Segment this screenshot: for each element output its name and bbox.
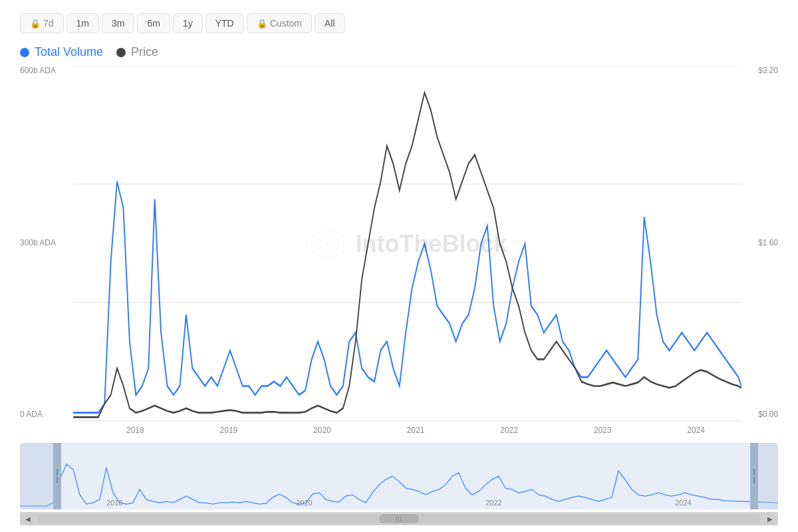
- mini-chart: 2018 2020 2022 2024: [20, 443, 778, 509]
- scrollbar-track: ◀ ||| ▶: [20, 512, 778, 525]
- btn-3m[interactable]: 3m: [102, 13, 134, 33]
- legend-volume: Total Volume: [20, 45, 103, 59]
- btn-1m-label: 1m: [76, 18, 89, 29]
- x-label-2022: 2022: [500, 426, 518, 435]
- thumb-grip: |||: [396, 515, 402, 522]
- handle-line-4: [753, 477, 755, 483]
- volume-dot: [20, 48, 29, 57]
- main-container: 🔒 7d 1m 3m 6m 1y YTD 🔒 Custom All Total …: [0, 0, 798, 532]
- btn-7d-label: 7d: [43, 18, 54, 29]
- y-left-bot: 0 ADA: [20, 410, 73, 419]
- lock-icon-7d: 🔒: [30, 19, 41, 29]
- chart-wrapper: 600b ADA 300b ADA 0 ADA $3.20 $1.60 $0.0…: [20, 66, 778, 525]
- mini-left-overlay: [20, 443, 53, 509]
- x-label-2024: 2024: [687, 426, 705, 435]
- handle-line-3: [753, 469, 755, 475]
- btn-7d[interactable]: 🔒 7d: [20, 13, 64, 33]
- mini-chart-svg: [20, 443, 778, 509]
- scroll-right-arrow[interactable]: ▶: [762, 512, 778, 525]
- y-right-bot: $0.00: [758, 410, 778, 419]
- x-label-2023: 2023: [594, 426, 612, 435]
- x-label-2020: 2020: [313, 426, 331, 435]
- volume-label: Total Volume: [35, 45, 103, 59]
- main-chart-svg: [73, 66, 741, 422]
- x-label-2021: 2021: [407, 426, 425, 435]
- btn-6m[interactable]: 6m: [137, 13, 170, 33]
- btn-3m-label: 3m: [112, 18, 124, 29]
- btn-ytd-label: YTD: [215, 18, 234, 29]
- chart-svg-container: IntoTheBlock: [73, 66, 741, 422]
- x-axis: 2018 2019 2020 2021 2022 2023 2024: [126, 422, 705, 439]
- scroll-left-arrow[interactable]: ◀: [20, 512, 36, 525]
- btn-custom[interactable]: 🔒 Custom: [247, 13, 312, 33]
- legend-price: Price: [116, 45, 158, 59]
- btn-1y-label: 1y: [183, 18, 193, 29]
- handle-line-2: [57, 477, 58, 483]
- x-label-2018: 2018: [126, 426, 144, 435]
- price-dot: [116, 48, 126, 57]
- y-left-mid: 300b ADA: [20, 238, 73, 247]
- mini-right-overlay: [758, 443, 778, 509]
- mini-right-handle[interactable]: [750, 443, 758, 509]
- time-range-bar: 🔒 7d 1m 3m 6m 1y YTD 🔒 Custom All: [20, 13, 778, 33]
- mini-left-handle[interactable]: [53, 443, 61, 509]
- handle-line-1: [57, 469, 58, 475]
- btn-all[interactable]: All: [315, 13, 345, 33]
- lock-icon-custom: 🔒: [257, 19, 267, 29]
- btn-1m[interactable]: 1m: [66, 13, 99, 33]
- btn-6m-label: 6m: [147, 18, 160, 29]
- y-axis-left: 600b ADA 300b ADA 0 ADA: [20, 66, 73, 419]
- btn-all-label: All: [325, 18, 335, 29]
- btn-custom-label: Custom: [270, 18, 302, 29]
- scrollbar-body: |||: [37, 514, 761, 523]
- btn-ytd[interactable]: YTD: [205, 13, 244, 33]
- y-right-mid: $1.60: [758, 238, 778, 247]
- y-right-top: $3.20: [758, 66, 778, 75]
- main-chart-area: 600b ADA 300b ADA 0 ADA $3.20 $1.60 $0.0…: [20, 66, 778, 439]
- y-left-top: 600b ADA: [20, 66, 73, 75]
- btn-1y[interactable]: 1y: [173, 13, 203, 33]
- scrollbar-thumb[interactable]: |||: [379, 514, 419, 523]
- y-axis-right: $3.20 $1.60 $0.00: [741, 66, 778, 419]
- price-label: Price: [131, 45, 158, 59]
- chart-legend: Total Volume Price: [20, 45, 778, 59]
- x-label-2019: 2019: [220, 426, 238, 435]
